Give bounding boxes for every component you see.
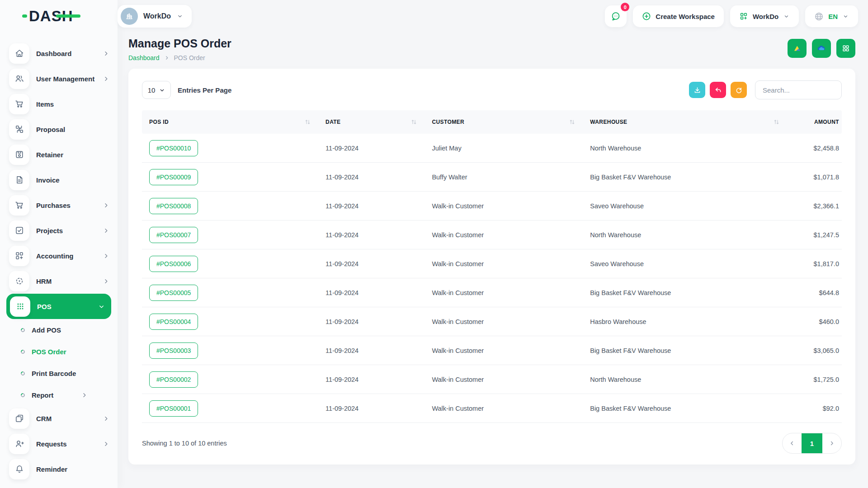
onedrive-button[interactable] bbox=[812, 39, 831, 58]
export-button[interactable] bbox=[689, 82, 705, 98]
sort-icon[interactable] bbox=[570, 119, 575, 125]
sidebar-item-retainer[interactable]: Retainer bbox=[0, 142, 118, 167]
sidebar-item-projects[interactable]: Projects bbox=[0, 218, 118, 243]
logo[interactable]: DASH bbox=[0, 8, 118, 25]
customer-cell: Walk-in Customer bbox=[425, 260, 583, 267]
pos-id-badge[interactable]: #POS00010 bbox=[149, 140, 198, 156]
reset-button[interactable] bbox=[710, 82, 726, 98]
date-cell: 11-09-2024 bbox=[318, 318, 425, 325]
table-row: #POS00006 11-09-2024 Walk-in Customer Sa… bbox=[142, 249, 842, 278]
sidebar-item-pos[interactable]: POS bbox=[6, 294, 111, 319]
sidebar-item-crm[interactable]: CRM bbox=[0, 406, 118, 431]
sidebar-subitem-label: Report bbox=[32, 391, 53, 399]
workspace-menu-button[interactable]: WorkDo bbox=[730, 5, 799, 27]
date-cell: 11-09-2024 bbox=[318, 145, 425, 152]
messages-button[interactable]: 0 bbox=[605, 5, 627, 27]
breadcrumb-dashboard-link[interactable]: Dashboard bbox=[128, 54, 160, 61]
search-input[interactable] bbox=[755, 80, 842, 99]
plus-circle-icon bbox=[642, 12, 651, 21]
sidebar-item-purchases[interactable]: Purchases bbox=[0, 192, 118, 218]
pos-id-badge[interactable]: #POS00002 bbox=[149, 371, 198, 388]
sidebar-item-accounting[interactable]: Accounting bbox=[0, 243, 118, 268]
breadcrumb-current: POS Order bbox=[174, 54, 205, 61]
sidebar-item-user-management[interactable]: User Management bbox=[0, 66, 118, 91]
table-row: #POS00003 11-09-2024 Walk-in Customer Bi… bbox=[142, 336, 842, 365]
date-cell: 11-09-2024 bbox=[318, 231, 425, 239]
document-icon bbox=[9, 170, 29, 190]
table-row: #POS00008 11-09-2024 Walk-in Customer Sa… bbox=[142, 192, 842, 221]
pos-id-badge[interactable]: #POS00004 bbox=[149, 314, 198, 330]
chevron-down-icon bbox=[98, 303, 105, 310]
pos-id-badge[interactable]: #POS00009 bbox=[149, 169, 198, 185]
sort-icon[interactable] bbox=[411, 119, 416, 125]
sidebar-item-proposal[interactable]: Proposal bbox=[0, 117, 118, 142]
chevron-right-icon bbox=[103, 278, 109, 285]
globe-icon bbox=[814, 12, 824, 21]
next-page-button[interactable] bbox=[822, 433, 841, 453]
pos-id-badge[interactable]: #POS00007 bbox=[149, 227, 198, 243]
page-number-button[interactable]: 1 bbox=[802, 433, 822, 453]
amount-cell: $460.0 bbox=[787, 318, 842, 325]
pos-id-badge[interactable]: #POS00005 bbox=[149, 285, 198, 301]
home-icon bbox=[9, 43, 29, 64]
pos-id-badge[interactable]: #POS00006 bbox=[149, 256, 198, 272]
customer-cell: Walk-in Customer bbox=[425, 318, 583, 325]
sort-icon[interactable] bbox=[774, 119, 779, 125]
chevron-left-icon bbox=[789, 440, 795, 446]
grid-plus-icon bbox=[739, 12, 748, 21]
pos-id-badge[interactable]: #POS00001 bbox=[149, 400, 198, 417]
sidebar-subitem-print-barcode[interactable]: Print Barcode bbox=[0, 362, 118, 384]
bell-icon bbox=[9, 459, 29, 479]
warehouse-cell: Saveo Warehouse bbox=[583, 202, 787, 210]
bullet-icon bbox=[20, 349, 26, 355]
refresh-icon bbox=[735, 86, 743, 94]
sidebar-subitem-add-pos[interactable]: Add POS bbox=[0, 319, 118, 341]
sidebar-item-label: Accounting bbox=[36, 252, 74, 260]
sidebar-subitem-report[interactable]: Report bbox=[0, 384, 118, 406]
main-content: Manage POS Order Dashboard POS Order bbox=[118, 33, 868, 488]
create-workspace-button[interactable]: Create Workspace bbox=[633, 5, 724, 27]
customer-cell: Walk-in Customer bbox=[425, 405, 583, 412]
col-header-pos-id: POS ID bbox=[149, 119, 169, 125]
chevron-right-icon bbox=[829, 440, 835, 446]
sidebar: Dashboard User Management Items bbox=[0, 0, 118, 488]
sidebar-subitem-pos-order[interactable]: POS Order bbox=[0, 341, 118, 362]
sidebar-item-dashboard[interactable]: Dashboard bbox=[0, 41, 118, 66]
google-drive-button[interactable] bbox=[788, 39, 807, 58]
amount-cell: $1,071.8 bbox=[787, 174, 842, 181]
sidebar-item-invoice[interactable]: Invoice bbox=[0, 167, 118, 192]
sidebar-item-hrm[interactable]: HRM bbox=[0, 268, 118, 294]
cart-icon bbox=[9, 94, 29, 114]
refresh-button[interactable] bbox=[731, 82, 747, 98]
sidebar-item-label: User Management bbox=[36, 75, 94, 83]
entries-per-page-select[interactable]: 10 bbox=[142, 81, 171, 99]
grid-plus-icon bbox=[9, 246, 29, 266]
users-icon bbox=[9, 69, 29, 89]
sidebar-item-label: Proposal bbox=[36, 126, 65, 133]
warehouse-cell: Big Basket F&V Warehouse bbox=[583, 174, 787, 181]
sort-icon[interactable] bbox=[305, 119, 310, 125]
undo-icon bbox=[714, 86, 722, 94]
customer-cell: Walk-in Customer bbox=[425, 376, 583, 383]
language-label: EN bbox=[828, 13, 838, 20]
chevron-down-icon bbox=[783, 13, 790, 20]
sidebar-item-requests[interactable]: Requests bbox=[0, 431, 118, 456]
pos-id-badge[interactable]: #POS00008 bbox=[149, 198, 198, 214]
previous-page-button[interactable] bbox=[783, 433, 802, 453]
pos-order-card: 10 Entries Per Page bbox=[128, 69, 855, 465]
chevron-right-icon bbox=[81, 392, 88, 399]
onedrive-icon bbox=[816, 43, 826, 53]
amount-cell: $2,458.8 bbox=[787, 145, 842, 152]
sidebar-item-items[interactable]: Items bbox=[0, 91, 118, 117]
bullet-icon bbox=[20, 371, 26, 376]
sidebar-item-label: Items bbox=[36, 100, 54, 108]
create-workspace-label: Create Workspace bbox=[656, 13, 715, 20]
workspace-selector[interactable]: WorkDo bbox=[118, 5, 192, 28]
table-row: #POS00005 11-09-2024 Walk-in Customer Bi… bbox=[142, 278, 842, 307]
pos-id-badge[interactable]: #POS00003 bbox=[149, 343, 198, 359]
language-selector[interactable]: EN bbox=[805, 5, 858, 27]
sidebar-item-reminder[interactable]: Reminder bbox=[0, 456, 118, 482]
table-row: #POS00009 11-09-2024 Buffy Walter Big Ba… bbox=[142, 163, 842, 192]
grid-view-button[interactable] bbox=[836, 39, 855, 58]
breadcrumb: Dashboard POS Order bbox=[128, 54, 231, 61]
